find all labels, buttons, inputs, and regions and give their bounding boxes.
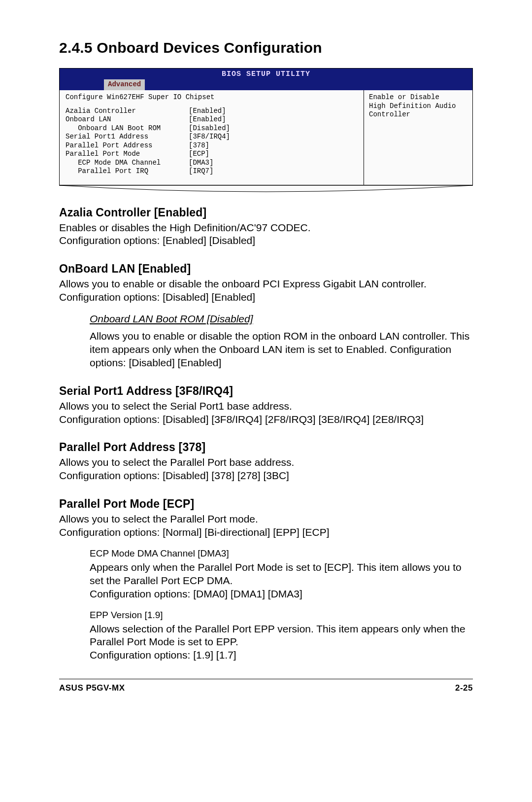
sub-option-description: EPP Version [1.9]Allows selection of the… (59, 610, 473, 663)
bios-option-row[interactable]: Azalia Controller[Enabled] (66, 107, 359, 116)
bios-option-value: [378] (189, 141, 209, 150)
bios-option-label: Azalia Controller (66, 107, 189, 116)
bios-option-row[interactable]: Parallel Port IRQ[IRQ7] (66, 167, 359, 176)
bios-bottom-curve (59, 185, 473, 192)
option-heading: Azalia Controller [Enabled] (59, 206, 473, 219)
option-heading: OnBoard LAN [Enabled] (59, 262, 473, 276)
bios-tabs: Advanced (60, 79, 472, 90)
option-description: Serial Port1 Address [3F8/IRQ4]Allows yo… (59, 384, 473, 426)
bios-tab-advanced[interactable]: Advanced (104, 79, 145, 90)
bios-option-label: Parallel Port Address (66, 141, 189, 150)
option-body: Allows you to select the Parallel Port b… (59, 456, 473, 483)
bios-setup-utility: BIOS SETUP UTILITY Advanced Configure Wi… (59, 68, 473, 192)
bios-option-label: Onboard LAN (66, 115, 189, 124)
bios-option-row[interactable]: Onboard LAN Boot ROM[Disabled] (66, 124, 359, 133)
bios-option-label: Serial Port1 Address (66, 133, 189, 141)
option-heading: Serial Port1 Address [3F8/IRQ4] (59, 384, 473, 398)
bios-option-label: ECP Mode DMA Channel (66, 159, 189, 168)
sub-option-body: Allows selection of the Parallel Port EP… (90, 623, 473, 663)
bios-help-text: Enable or Disable High Definition Audio … (369, 93, 467, 119)
option-body: Allows you to select the Parallel Port m… (59, 513, 473, 539)
option-body: Allows you to select the Serial Port1 ba… (59, 400, 473, 426)
sub-option-heading: EPP Version [1.9] (90, 610, 473, 621)
bios-option-value: [DMA3] (189, 159, 213, 168)
bios-option-value: [Enabled] (189, 107, 226, 116)
bios-option-label: Parallel Port Mode (66, 150, 189, 159)
option-description: Parallel Port Address [378]Allows you to… (59, 441, 473, 483)
bios-header: BIOS SETUP UTILITY Advanced (60, 69, 472, 90)
bios-option-label: Onboard LAN Boot ROM (66, 124, 189, 133)
option-heading: Parallel Port Address [378] (59, 441, 473, 454)
sub-option-heading: ECP Mode DMA Channel [DMA3] (90, 548, 473, 559)
section-title: 2.4.5 Onboard Devices Configuration (59, 39, 473, 56)
bios-help-panel: Enable or Disable High Definition Audio … (364, 90, 472, 185)
option-body: Enables or disables the High Definition/… (59, 221, 473, 248)
bios-option-value: [3F8/IRQ4] (189, 133, 230, 141)
bios-option-label: Parallel Port IRQ (66, 167, 189, 176)
bios-left-heading: Configure Win627EHF Super IO Chipset (66, 93, 359, 102)
option-description: Parallel Port Mode [ECP]Allows you to se… (59, 497, 473, 662)
bios-option-row[interactable]: ECP Mode DMA Channel[DMA3] (66, 159, 359, 168)
page: 2.4.5 Onboard Devices Configuration BIOS… (0, 0, 532, 723)
bios-option-value: [ECP] (189, 150, 209, 159)
bios-option-row[interactable]: Parallel Port Mode[ECP] (66, 150, 359, 159)
bios-option-row[interactable]: Onboard LAN[Enabled] (66, 115, 359, 124)
footer-left: ASUS P5GV-MX (59, 683, 125, 693)
bios-option-row[interactable]: Serial Port1 Address[3F8/IRQ4] (66, 133, 359, 141)
page-footer: ASUS P5GV-MX 2-25 (59, 683, 473, 693)
bios-option-value: [Disabled] (189, 124, 230, 133)
sub-option-heading: Onboard LAN Boot ROM [Disabled] (90, 313, 253, 325)
bios-option-value: [IRQ7] (189, 167, 213, 176)
bios-header-title: BIOS SETUP UTILITY (60, 70, 472, 79)
bios-option-value: [Enabled] (189, 115, 226, 124)
sub-option-description: ECP Mode DMA Channel [DMA3]Appears only … (59, 548, 473, 601)
footer-right: 2-25 (455, 683, 473, 693)
sub-option-description: Onboard LAN Boot ROM [Disabled]Allows yo… (59, 313, 473, 370)
option-description: OnBoard LAN [Enabled]Allows you to enabl… (59, 262, 473, 369)
footer-rule (59, 679, 473, 679)
sub-option-body: Allows you to enable or disable the opti… (90, 330, 473, 370)
sub-option-body: Appears only when the Parallel Port Mode… (90, 561, 473, 601)
bios-option-row[interactable]: Parallel Port Address[378] (66, 141, 359, 150)
option-heading: Parallel Port Mode [ECP] (59, 497, 473, 511)
option-description: Azalia Controller [Enabled]Enables or di… (59, 206, 473, 248)
option-body: Allows you to enable or disable the onbo… (59, 278, 473, 304)
bios-left-panel: Configure Win627EHF Super IO Chipset Aza… (60, 90, 364, 185)
